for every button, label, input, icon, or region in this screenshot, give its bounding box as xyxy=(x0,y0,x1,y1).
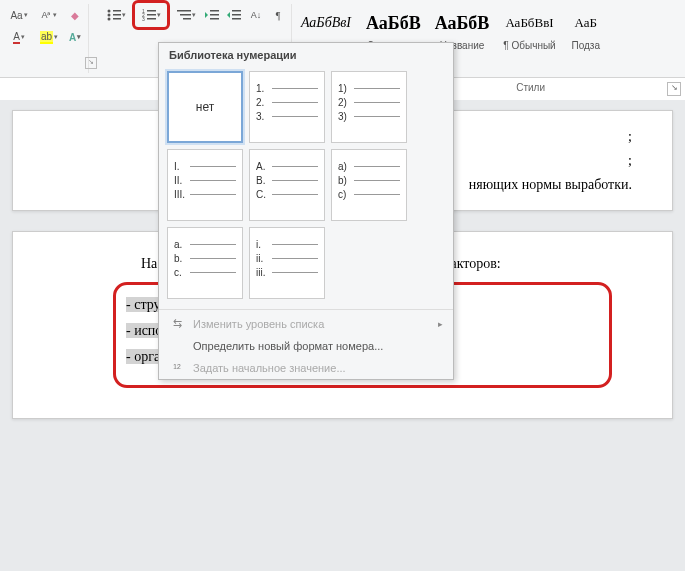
svg-rect-11 xyxy=(147,18,156,20)
format-grid: нет 1. 2. 3. 1) 2) 3) I. II. III. A. B. xyxy=(159,67,453,307)
format-roman-upper[interactable]: I. II. III. xyxy=(167,149,243,221)
svg-text:3: 3 xyxy=(142,16,145,21)
style-preview: АаБ xyxy=(570,8,602,38)
svg-point-2 xyxy=(107,14,110,17)
svg-rect-9 xyxy=(147,14,156,16)
number-icon: ¹² xyxy=(169,362,185,374)
svg-rect-17 xyxy=(210,18,219,20)
indent-icon: ⇆ xyxy=(169,317,185,330)
numbering-dropdown: Библиотека нумерации нет 1. 2. 3. 1) 2) … xyxy=(158,42,454,380)
font-case-button[interactable]: Aa▾ xyxy=(5,5,33,25)
svg-rect-18 xyxy=(232,10,241,12)
format-decimal-dot[interactable]: 1. 2. 3. xyxy=(249,71,325,143)
svg-rect-19 xyxy=(232,14,241,16)
svg-rect-12 xyxy=(177,10,191,12)
multilevel-button[interactable]: ▾ xyxy=(172,5,200,25)
format-alpha-lower-paren[interactable]: a) b) c) xyxy=(331,149,407,221)
svg-rect-14 xyxy=(183,18,191,20)
svg-rect-15 xyxy=(210,10,219,12)
svg-point-0 xyxy=(107,10,110,13)
menu-set-start: ¹² Задать начальное значение... xyxy=(159,357,453,379)
format-alpha-lower-dot[interactable]: a. b. c. xyxy=(167,227,243,299)
svg-rect-5 xyxy=(113,18,121,20)
styles-launcher-icon[interactable]: ↘ xyxy=(667,82,681,96)
style-item-0[interactable]: АаБбВвІ xyxy=(296,6,356,42)
svg-point-4 xyxy=(107,18,110,21)
decrease-indent-button[interactable] xyxy=(202,5,222,25)
svg-rect-1 xyxy=(113,10,121,12)
numbering-button[interactable]: 123 ▾ xyxy=(137,5,165,25)
menu-change-level: ⇆ Изменить уровень списка ▸ xyxy=(159,312,453,335)
show-marks-button[interactable]: ¶ xyxy=(268,5,288,25)
font-color-button[interactable]: A▾ xyxy=(5,27,33,47)
font-group: Aa▾ Aᵃ▾ ◆ A▾ ab▾ A▾ xyxy=(2,4,89,73)
style-preview: АаБбВвІ xyxy=(503,8,555,38)
menu-define-format[interactable]: Определить новый формат номера... xyxy=(159,335,453,357)
highlight-button[interactable]: ab▾ xyxy=(35,27,63,47)
style-preview: АаБбВвІ xyxy=(300,8,352,38)
submenu-arrow-icon: ▸ xyxy=(438,319,443,329)
bullets-button[interactable]: ▾ xyxy=(102,5,130,25)
clear-format-button[interactable]: ◆ xyxy=(65,5,85,25)
text-effects-button[interactable]: A▾ xyxy=(65,27,85,47)
format-alpha-upper[interactable]: A. B. C. xyxy=(249,149,325,221)
style-item-3[interactable]: АаБбВвІ ¶ Обычный xyxy=(499,6,559,53)
increase-indent-button[interactable] xyxy=(224,5,244,25)
styles-group-label: Стили xyxy=(516,82,545,93)
font-size-button[interactable]: Aᵃ▾ xyxy=(35,5,63,25)
format-roman-lower[interactable]: i. ii. iii. xyxy=(249,227,325,299)
svg-rect-7 xyxy=(147,10,156,12)
style-item-4[interactable]: АаБ Подза xyxy=(566,6,606,53)
format-decimal-paren[interactable]: 1) 2) 3) xyxy=(331,71,407,143)
dropdown-title: Библиотека нумерации xyxy=(159,43,453,67)
style-name: ¶ Обычный xyxy=(503,40,555,51)
svg-rect-16 xyxy=(210,14,219,16)
format-none[interactable]: нет xyxy=(167,71,243,143)
svg-rect-20 xyxy=(232,18,241,20)
style-preview: АаБбВ xyxy=(366,8,421,38)
sort-button[interactable]: A↓ xyxy=(246,5,266,25)
style-name: Подза xyxy=(570,40,602,51)
dialog-launcher-icon[interactable]: ↘ xyxy=(85,57,97,69)
style-preview: АаБбВ xyxy=(435,8,490,38)
svg-rect-3 xyxy=(113,14,121,16)
svg-rect-13 xyxy=(180,14,191,16)
